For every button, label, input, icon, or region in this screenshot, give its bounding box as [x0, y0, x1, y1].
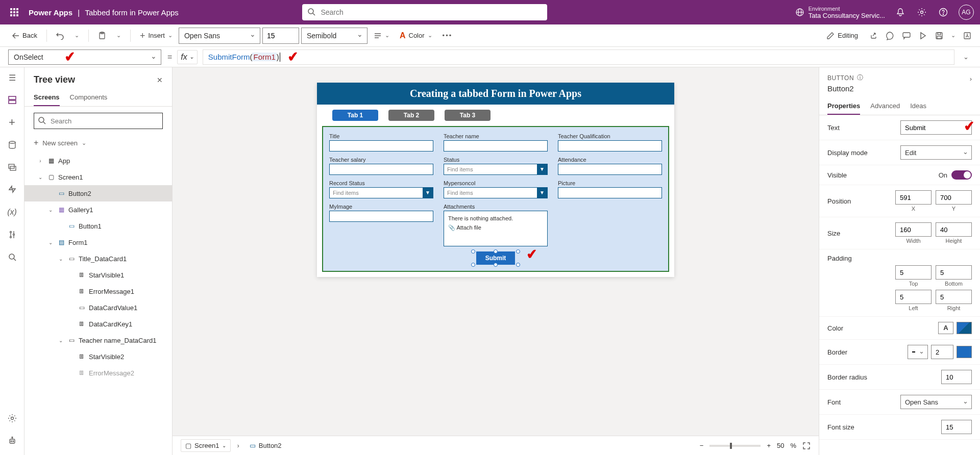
app-checker-icon[interactable]	[886, 31, 895, 40]
myimage-input[interactable]	[329, 211, 433, 222]
tree-close-icon[interactable]: ✕	[157, 76, 163, 84]
teacher-qual-input[interactable]	[558, 140, 662, 151]
record-status-combo[interactable]: Find items▼	[329, 187, 433, 198]
tree-item-err2[interactable]: 🗏ErrorMessage2	[24, 365, 172, 381]
paste-dropdown[interactable]: ⌄	[112, 28, 125, 44]
insert-button[interactable]: + Insert ⌄	[136, 28, 177, 44]
attachments-box[interactable]: There is nothing attached. 📎 Attach file	[444, 211, 548, 246]
tree-item-screen1[interactable]: ⌄▢Screen1	[24, 169, 172, 185]
prop-pad-l[interactable]	[895, 290, 932, 304]
formula-input[interactable]: SubmitForm(Form1) ✔	[203, 49, 954, 65]
prop-text-input[interactable]	[900, 120, 972, 135]
prop-pos-x[interactable]	[895, 190, 932, 205]
fx-button[interactable]: fx⌄	[177, 50, 197, 64]
prop-size-h[interactable]	[936, 222, 972, 237]
environment-picker[interactable]: Environment Tata Consultancy Servic...	[795, 6, 885, 19]
editing-mode[interactable]: Editing	[822, 28, 862, 44]
prop-size-w[interactable]	[895, 222, 932, 237]
share-icon[interactable]	[869, 31, 878, 40]
align-button[interactable]: ⌄	[370, 28, 394, 44]
status-button-crumb[interactable]: ▭Button2	[246, 440, 286, 451]
save-dropdown[interactable]: ⌄	[951, 32, 955, 39]
rail-data-icon[interactable]	[6, 139, 18, 151]
tree-item-button2[interactable]: ▭Button2	[24, 185, 172, 201]
status-screen-crumb[interactable]: ▢Screen1⌄	[181, 439, 231, 452]
tab-components[interactable]: Components	[70, 89, 108, 106]
rail-search-icon[interactable]	[6, 251, 18, 263]
zoom-slider[interactable]	[709, 445, 761, 447]
tree-item-teacher-dc[interactable]: ⌄▭Teacher name_DataCard1	[24, 332, 172, 348]
undo-button[interactable]	[52, 28, 68, 44]
title-input[interactable]	[329, 140, 433, 151]
rail-tree-icon[interactable]	[6, 94, 18, 106]
rail-automate-icon[interactable]	[6, 184, 18, 196]
save-icon[interactable]	[935, 31, 944, 40]
props-expand-icon[interactable]: ›	[962, 69, 980, 83]
app-launcher[interactable]	[6, 4, 22, 20]
prop-pos-y[interactable]	[936, 190, 972, 205]
font-select[interactable]: Open Sans	[179, 28, 260, 44]
zoom-out[interactable]: −	[700, 442, 704, 449]
rail-hamburger-icon[interactable]: ☰	[6, 71, 18, 84]
rail-virtual-agent-icon[interactable]	[6, 435, 18, 447]
rail-media-icon[interactable]	[6, 161, 18, 173]
settings-icon[interactable]	[916, 6, 928, 18]
props-help-icon[interactable]: ⓘ	[857, 73, 864, 82]
font-color-button[interactable]: A Color ⌄	[396, 28, 436, 44]
back-button[interactable]: Back	[8, 28, 41, 44]
tree-item-app[interactable]: ›▦App	[24, 153, 172, 169]
fit-screen-icon[interactable]	[802, 442, 811, 450]
picture-input[interactable]	[558, 187, 662, 198]
rail-insert-icon[interactable]: +	[6, 116, 18, 129]
salary-input[interactable]	[329, 164, 433, 175]
prop-pad-r[interactable]	[936, 290, 972, 304]
canvas-tab3[interactable]: Tab 3	[445, 110, 491, 121]
prop-border-width[interactable]	[931, 345, 953, 359]
font-weight-select[interactable]: Semibold	[301, 28, 368, 44]
prop-font-color[interactable]: A	[938, 322, 953, 334]
rail-variables-icon[interactable]: (x)	[6, 206, 18, 218]
tree-item-err1[interactable]: 🗏ErrorMessage1	[24, 283, 172, 299]
canvas-area[interactable]: Creating a tabbed Form in Power Apps Tab…	[173, 67, 819, 436]
tree-item-button1[interactable]: ▭Button1	[24, 218, 172, 234]
tree-item-form1[interactable]: ⌄▤Form1	[24, 234, 172, 250]
more-button[interactable]: •••	[438, 28, 457, 44]
prop-pad-b[interactable]	[936, 265, 972, 280]
tab-screens[interactable]: Screens	[34, 89, 60, 106]
tree-item-dcval1[interactable]: ▭DataCardValue1	[24, 299, 172, 316]
publish-icon[interactable]	[963, 31, 972, 40]
zoom-in[interactable]: +	[767, 442, 771, 449]
canvas-tab1[interactable]: Tab 1	[332, 110, 378, 121]
comments-icon[interactable]	[902, 31, 911, 40]
global-search-input[interactable]	[302, 4, 547, 20]
notifications-icon[interactable]	[894, 6, 906, 18]
tree-item-dckey1[interactable]: 🗏DataCardKey1	[24, 316, 172, 332]
canvas-tab2[interactable]: Tab 2	[388, 110, 434, 121]
font-size-input[interactable]	[262, 28, 299, 44]
help-icon[interactable]	[937, 6, 949, 18]
prop-displaymode-select[interactable]: Edit	[900, 145, 972, 160]
tree-item-gallery1[interactable]: ⌄▦Gallery1	[24, 201, 172, 218]
teacher-name-input[interactable]	[444, 140, 548, 151]
ptab-advanced[interactable]: Advanced	[870, 98, 900, 115]
undo-dropdown[interactable]: ⌄	[70, 28, 83, 44]
rail-settings-icon[interactable]	[6, 412, 18, 424]
rail-tools-icon[interactable]	[6, 229, 18, 241]
prop-visible-toggle[interactable]	[951, 170, 972, 180]
new-screen-button[interactable]: + New screen ⌄	[24, 135, 172, 150]
prop-fill-color[interactable]	[957, 322, 972, 334]
preview-icon[interactable]	[918, 31, 927, 40]
tree-item-title-dc[interactable]: ⌄▭Title_DataCard1	[24, 250, 172, 267]
prop-border-style[interactable]	[908, 345, 928, 359]
prop-pad-t[interactable]	[895, 265, 932, 280]
status-combo[interactable]: Find items▼	[444, 164, 548, 175]
paste-button[interactable]	[94, 28, 110, 44]
prop-border-color[interactable]	[957, 346, 972, 358]
attendance-input[interactable]	[558, 164, 662, 175]
personcol-combo[interactable]: Find items▼	[444, 187, 548, 198]
prop-font-size[interactable]	[941, 420, 972, 434]
user-avatar[interactable]: AG	[959, 5, 974, 20]
tree-search-input[interactable]	[34, 113, 163, 129]
prop-font-select[interactable]: Open Sans	[900, 395, 972, 409]
property-select[interactable]: OnSelect	[8, 49, 161, 65]
